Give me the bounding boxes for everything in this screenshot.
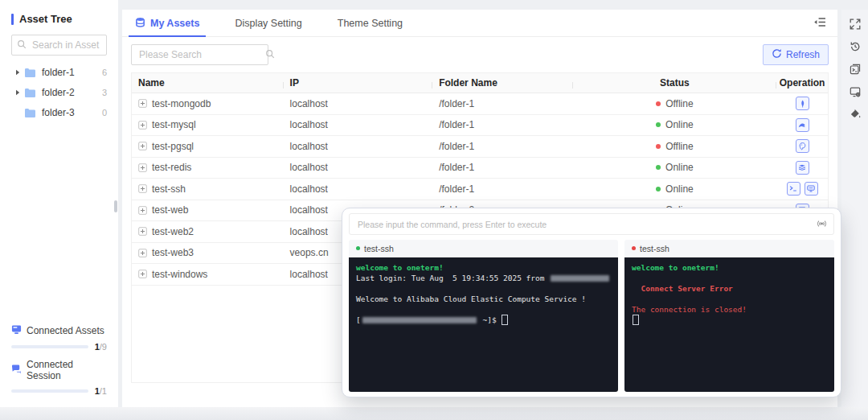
sidebar-resize-handle[interactable] <box>114 200 117 212</box>
asset-search-input[interactable] <box>31 39 101 51</box>
tab-label: Theme Setting <box>338 18 403 29</box>
col-header-operation: Operation <box>776 77 828 89</box>
asset-name: test-pgsql <box>152 141 194 152</box>
asset-ip: localhost <box>284 162 433 173</box>
session-status-dot <box>356 246 360 250</box>
terminal-tab-label: test-ssh <box>640 244 669 253</box>
terminal-tab[interactable]: test-ssh <box>349 240 618 257</box>
caret-right-icon[interactable] <box>14 69 24 76</box>
terminal-line: Last login: Tue Aug 5 19:34:55 2025 from <box>356 273 611 283</box>
collapse-list-icon[interactable] <box>813 16 826 31</box>
asset-folder: /folder-1 <box>432 98 573 109</box>
table-row-test-ssh[interactable]: test-sshlocalhost/folder-1Online <box>132 179 828 200</box>
status-text: Online <box>665 162 694 173</box>
table-row-test-mysql[interactable]: test-mysqllocalhost/folder-1Online <box>132 115 828 137</box>
tab-label: Display Setting <box>235 18 301 29</box>
window-settings-icon[interactable] <box>841 83 868 100</box>
asset-name: test-mysql <box>152 119 196 130</box>
table-search-input[interactable] <box>137 48 265 61</box>
tab-label: My Assets <box>150 18 199 29</box>
folder-icon <box>24 108 37 117</box>
search-icon <box>17 38 27 52</box>
asset-ip: localhost <box>284 183 433 195</box>
terminal-line <box>356 283 611 294</box>
tab-display-setting[interactable]: Display Setting <box>231 10 305 36</box>
progress-track <box>11 345 88 348</box>
asset-folder: /folder-1 <box>432 183 573 195</box>
caret-right-icon[interactable] <box>14 89 24 96</box>
terminal-connect-icon[interactable] <box>787 182 800 196</box>
status-text: Online <box>665 183 694 195</box>
folder-label: folder-1 <box>42 67 102 78</box>
expand-row-icon[interactable] <box>138 249 147 257</box>
theme-bucket-icon[interactable] <box>841 105 868 122</box>
expand-row-icon[interactable] <box>138 227 147 236</box>
terminal-screen[interactable]: welcome to oneterm!Last login: Tue Aug 5… <box>349 257 618 392</box>
expand-row-icon[interactable] <box>138 99 147 108</box>
expand-row-icon[interactable] <box>138 142 147 150</box>
ftp-connect-icon[interactable] <box>805 182 818 196</box>
expand-row-icon[interactable] <box>138 270 147 278</box>
asset-folder: /folder-1 <box>432 141 573 152</box>
folder-count: 0 <box>102 108 107 117</box>
terminal-pane-2: test-sshwelcome to oneterm! Connect Serv… <box>624 240 834 392</box>
table-row-test-mongodb[interactable]: test-mongodblocalhost/folder-1Offline <box>132 93 828 115</box>
terminal-screen[interactable]: welcome to oneterm! Connect Server Error… <box>624 257 834 392</box>
asset-search-box[interactable] <box>11 35 107 56</box>
command-input[interactable] <box>356 219 817 230</box>
connection-stats: Connected Assets1/9Connected Session1/1 <box>0 317 118 396</box>
redis-connect-icon[interactable] <box>796 161 809 175</box>
asset-name: test-redis <box>152 162 191 173</box>
tree-item-folder-2[interactable]: folder-23 <box>0 82 118 102</box>
stat-connected-session: Connected Session1/1 <box>0 359 118 396</box>
expand-row-icon[interactable] <box>138 163 147 172</box>
search-icon <box>265 47 275 62</box>
stat-value: 1/1 <box>95 386 107 396</box>
asset-ip: localhost <box>284 119 433 130</box>
session-status-dot <box>632 246 636 250</box>
status-dot <box>656 165 661 170</box>
folder-label: folder-3 <box>42 107 102 118</box>
table-row-test-redis[interactable]: test-redislocalhost/folder-1Online <box>132 158 828 179</box>
table-toolbar: Refresh <box>122 37 837 65</box>
table-header-row: NameIPFolder NameStatusOperation <box>132 73 828 93</box>
tree-item-folder-3[interactable]: folder-30 <box>0 102 118 122</box>
status-text: Online <box>665 119 694 130</box>
col-header-status: Status <box>573 77 776 89</box>
stat-label: Connected Session <box>27 359 107 381</box>
expand-row-icon[interactable] <box>138 206 147 215</box>
folder-icon <box>24 68 37 77</box>
status-dot <box>656 144 661 149</box>
terminal-line: Connect Server Error <box>632 283 827 294</box>
folder-count: 6 <box>102 68 107 77</box>
terminal-tab[interactable]: test-ssh <box>624 240 834 257</box>
table-search-box[interactable] <box>131 44 268 65</box>
terminal-line <box>632 315 827 325</box>
asset-tree-panel: Asset Tree folder-16folder-23folder-30 C… <box>0 0 118 407</box>
mongodb-connect-icon[interactable] <box>796 97 809 110</box>
pgsql-connect-icon[interactable] <box>796 139 809 153</box>
asset-name: test-web <box>152 204 188 216</box>
monitor-icon <box>11 324 22 337</box>
expand-row-icon[interactable] <box>138 121 147 130</box>
history-icon[interactable] <box>841 38 868 55</box>
command-bar[interactable] <box>349 213 834 235</box>
asset-name: test-windows <box>152 269 207 280</box>
sidebar-title-text: Asset Tree <box>19 13 72 25</box>
terminal-overlay: test-sshwelcome to oneterm!Last login: T… <box>342 208 841 397</box>
fullscreen-icon[interactable] <box>841 15 868 32</box>
redacted-text <box>551 275 609 282</box>
tab-my-assets[interactable]: My Assets <box>132 10 203 36</box>
status-dot <box>656 101 661 106</box>
tree-item-folder-1[interactable]: folder-16 <box>0 62 118 82</box>
refresh-icon <box>772 48 782 61</box>
expand-row-icon[interactable] <box>138 184 147 193</box>
status-dot <box>656 122 661 127</box>
refresh-button[interactable]: Refresh <box>763 44 829 65</box>
terminal-tab-label: test-ssh <box>364 244 394 253</box>
mysql-connect-icon[interactable] <box>796 118 809 132</box>
broadcast-icon[interactable] <box>817 217 827 232</box>
terminal-window-icon[interactable] <box>841 60 868 77</box>
tab-theme-setting[interactable]: Theme Setting <box>334 10 406 36</box>
table-row-test-pgsql[interactable]: test-pgsqllocalhost/folder-1Offline <box>132 136 828 158</box>
